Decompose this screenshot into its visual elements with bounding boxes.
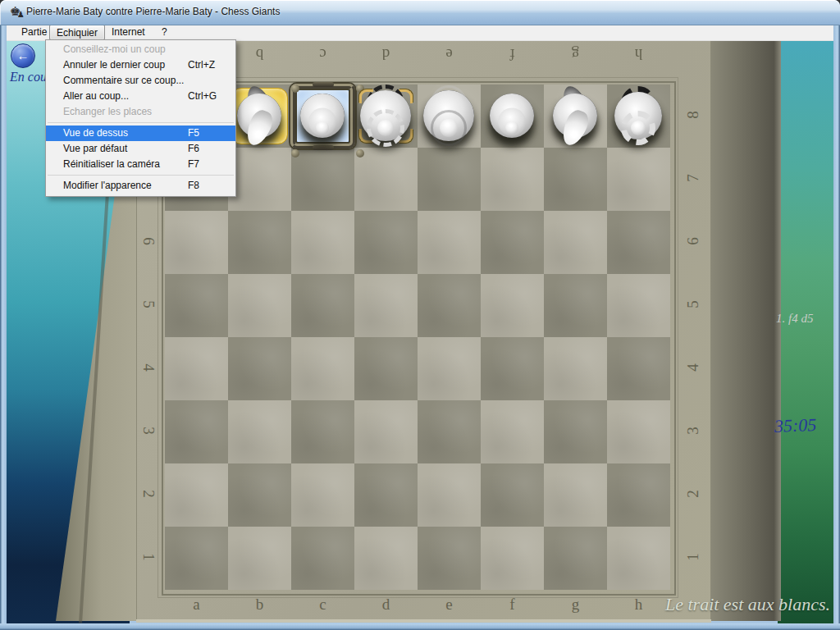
square-b7[interactable] <box>228 148 291 211</box>
square-g2[interactable] <box>544 463 607 527</box>
menubar-item-partie[interactable]: Partie <box>15 25 53 40</box>
piece-white-queen-d1[interactable] <box>354 84 418 148</box>
square-h4[interactable] <box>607 337 670 400</box>
piece-white-knight-b1[interactable] <box>228 84 291 148</box>
menu-item-shortcut: Ctrl+Z <box>188 57 215 73</box>
menu-item-6[interactable]: Vue par défautF6 <box>46 141 235 157</box>
menu-item-4[interactable]: Echanger les places <box>46 104 235 120</box>
piece-white-knight-g1[interactable] <box>544 84 607 148</box>
square-g3[interactable] <box>544 400 607 463</box>
title-bar[interactable]: ♚♟ Pierre-Marie Baty contre Pierre-Marie… <box>0 0 840 25</box>
square-b2[interactable] <box>228 463 291 527</box>
menu-item-shortcut: F5 <box>188 126 199 141</box>
square-a2[interactable] <box>165 463 228 527</box>
square-f3[interactable] <box>481 400 544 463</box>
square-c1[interactable] <box>291 527 354 590</box>
square-f4[interactable] <box>481 337 544 400</box>
square-f6[interactable] <box>481 211 544 274</box>
square-g1[interactable] <box>544 527 607 590</box>
square-a4[interactable] <box>165 337 228 400</box>
menubar-item-?[interactable]: ? <box>155 25 174 40</box>
square-h3[interactable] <box>607 400 670 463</box>
square-e4[interactable] <box>418 337 481 400</box>
square-c5[interactable] <box>291 274 354 337</box>
square-e1[interactable] <box>418 527 481 590</box>
square-h2[interactable] <box>607 463 670 527</box>
window-border-bottom <box>0 623 840 630</box>
square-f1[interactable] <box>481 527 544 590</box>
square-e2[interactable] <box>418 463 481 527</box>
square-a6[interactable] <box>165 211 228 274</box>
square-c3[interactable] <box>291 400 354 463</box>
menubar-item-internet[interactable]: Internet <box>105 25 152 40</box>
square-e7[interactable] <box>418 148 481 211</box>
square-b3[interactable] <box>228 400 291 463</box>
menu-item-label: Vue de dessus <box>63 127 128 139</box>
square-a1[interactable] <box>165 527 228 590</box>
square-h1[interactable] <box>607 527 670 590</box>
piece-white-bishop-c1[interactable] <box>291 84 354 148</box>
square-g7[interactable] <box>544 148 607 211</box>
square-f7[interactable] <box>481 148 544 211</box>
square-f5[interactable] <box>481 274 544 337</box>
square-g4[interactable] <box>544 337 607 400</box>
square-g6[interactable] <box>544 211 607 274</box>
square-c6[interactable] <box>291 211 354 274</box>
menu-separator <box>48 175 234 176</box>
square-e3[interactable] <box>418 400 481 463</box>
square-g5[interactable] <box>544 274 607 337</box>
piece-head <box>377 120 394 136</box>
menu-item-label: Modifier l'apparence <box>63 180 152 191</box>
square-c4[interactable] <box>291 337 354 400</box>
piece-white-bishop-f1[interactable] <box>481 84 544 148</box>
menu-item-2[interactable]: Commentaire sur ce coup... <box>46 73 235 89</box>
menu-item-label: Conseillez-moi un coup <box>63 43 166 55</box>
square-f2[interactable] <box>481 463 544 527</box>
square-a5[interactable] <box>165 274 228 337</box>
square-e6[interactable] <box>418 211 481 274</box>
square-c7[interactable] <box>291 148 354 211</box>
menu-bar: PartieEchiquierInternet? <box>7 25 833 41</box>
square-h7[interactable] <box>607 148 670 211</box>
piece-head <box>316 121 329 135</box>
menu-item-5[interactable]: Vue de dessusF5 <box>46 126 235 141</box>
back-arrow-icon[interactable]: ← <box>11 43 35 68</box>
menu-item-7[interactable]: Réinitialiser la caméraF7 <box>46 157 235 172</box>
square-c2[interactable] <box>291 463 354 527</box>
square-d1[interactable] <box>354 527 418 590</box>
menu-item-0[interactable]: Conseillez-moi un coup <box>46 42 235 57</box>
square-h6[interactable] <box>607 211 670 274</box>
right-info-panel <box>778 40 833 623</box>
square-d3[interactable] <box>354 400 418 463</box>
piece-white-rook-h1[interactable] <box>607 84 670 148</box>
square-b4[interactable] <box>228 337 291 400</box>
square-d4[interactable] <box>354 337 418 400</box>
board-frame-lip <box>136 619 711 623</box>
square-b5[interactable] <box>228 274 291 337</box>
menu-item-8[interactable]: Modifier l'apparenceF8 <box>46 178 235 194</box>
piece-white-king-e1[interactable] <box>418 84 481 148</box>
square-a3[interactable] <box>165 400 228 463</box>
square-d7[interactable] <box>354 148 418 211</box>
menubar-item-echiquier[interactable]: Echiquier <box>49 25 105 40</box>
square-d6[interactable] <box>354 211 418 274</box>
square-d2[interactable] <box>354 463 418 527</box>
square-b6[interactable] <box>228 211 291 274</box>
window-border-right <box>833 25 840 623</box>
menu-item-shortcut: F7 <box>188 157 199 172</box>
square-e5[interactable] <box>418 274 481 337</box>
clock-text: 35:05 <box>774 414 817 437</box>
window-title: Pierre-Marie Baty contre Pierre-Marie Ba… <box>26 6 280 17</box>
menu-item-label: Echanger les places <box>63 106 152 117</box>
square-d5[interactable] <box>354 274 418 337</box>
turn-status-text: Le trait est aux blancs. <box>574 594 830 615</box>
square-b1[interactable] <box>228 527 291 590</box>
menu-item-1[interactable]: Annuler le dernier coupCtrl+Z <box>46 57 235 73</box>
chess-board <box>165 84 670 590</box>
chess-giants-window: aabbccddeeffgghh1122334455667788 ← En co… <box>0 0 840 630</box>
square-h5[interactable] <box>607 274 670 337</box>
menu-item-shortcut: F8 <box>188 178 199 194</box>
menu-item-3[interactable]: Aller au coup...Ctrl+G <box>46 89 235 104</box>
piece-head <box>631 121 646 135</box>
menu-item-label: Réinitialiser la caméra <box>63 158 160 170</box>
